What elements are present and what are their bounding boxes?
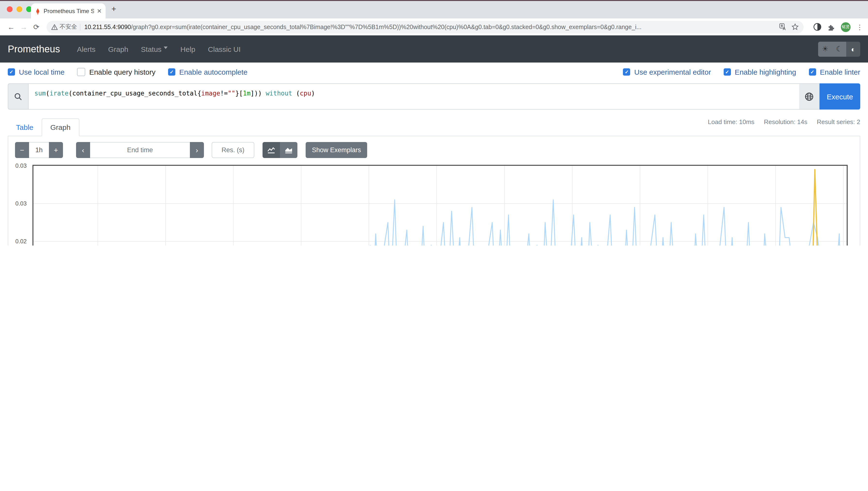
query-token: cpu xyxy=(300,90,311,97)
query-token: ])) xyxy=(250,90,266,97)
chart-svg xyxy=(33,166,847,246)
forward-icon[interactable]: → xyxy=(18,23,30,31)
checkbox-label: Enable autocomplete xyxy=(179,68,248,76)
globe-icon xyxy=(805,92,814,101)
browser-menu-icon[interactable]: ⋮ xyxy=(857,23,863,31)
show-exemplars-button[interactable]: Show Exemplars xyxy=(306,142,367,158)
checkbox-enable-autocomplete[interactable]: ✓Enable autocomplete xyxy=(168,68,248,76)
url-path: /graph?g0.expr=sum(irate(container_cpu_u… xyxy=(131,24,642,30)
checkbox-label: Enable highlighting xyxy=(735,68,796,76)
profile-avatar[interactable]: 铭贤 xyxy=(841,22,850,32)
result-series: Result series: 2 xyxy=(817,118,860,125)
checkbox-use-experimental-editor[interactable]: ✓Use experimental editor xyxy=(623,68,711,76)
theme-auto-icon[interactable]: ◐ xyxy=(846,41,860,56)
back-icon[interactable]: ← xyxy=(5,23,18,31)
line-chart-icon xyxy=(268,147,275,153)
new-tab-button[interactable]: + xyxy=(112,4,116,14)
y-axis-labels: 0.005.00m0.010.010.020.030.03 xyxy=(15,166,30,246)
theme-dark-icon[interactable]: ☾ xyxy=(832,41,846,56)
checkbox-checked-icon[interactable]: ✓ xyxy=(623,68,630,76)
checkbox-enable-linter[interactable]: ✓Enable linter xyxy=(809,68,860,76)
y-tick-label: 0.03 xyxy=(0,163,27,169)
query-token: { xyxy=(197,90,201,97)
nav-item-alerts[interactable]: Alerts xyxy=(71,45,102,53)
plot-frame[interactable]: 0.005.00m0.010.010.020.030.03 15:5015:55… xyxy=(32,165,848,246)
chart-type-group xyxy=(262,142,298,158)
checkbox-checked-icon[interactable]: ✓ xyxy=(8,68,15,76)
query-token: irate xyxy=(50,90,68,97)
ssl-warning-icon xyxy=(51,24,58,30)
stacked-chart-toggle[interactable] xyxy=(280,142,298,158)
query-token: 1m xyxy=(243,90,250,97)
checkbox-enable-query-history[interactable]: Enable query history xyxy=(77,68,155,76)
checkbox-checked-icon[interactable]: ✓ xyxy=(168,68,175,76)
time-forward-button[interactable]: › xyxy=(190,142,204,158)
extension-logo-icon[interactable] xyxy=(813,23,822,31)
checkbox-label: Use experimental editor xyxy=(634,68,711,76)
range-input[interactable] xyxy=(29,142,49,158)
close-window-button[interactable] xyxy=(7,6,12,12)
checkbox-label: Enable query history xyxy=(89,68,155,76)
checkbox-use-local-time[interactable]: ✓Use local time xyxy=(8,68,64,76)
query-token: without xyxy=(266,90,292,97)
result-tabs: Table Graph Load time: 10ms Resolution: … xyxy=(8,116,860,136)
url-host: 10.211.55.4:9090 xyxy=(84,24,131,30)
line-chart-toggle[interactable] xyxy=(262,142,280,158)
endtime-group: ‹ › xyxy=(76,142,204,158)
translate-icon[interactable] xyxy=(779,23,786,31)
url-text: 10.211.55.4:9090/graph?g0.expr=sum(irate… xyxy=(84,24,775,30)
screen: Prometheus Time Series Collec ✕ + ← → ⟳ … xyxy=(0,0,868,246)
resolution: Resolution: 14s xyxy=(764,118,807,125)
checkbox-checked-icon[interactable]: ✓ xyxy=(724,68,731,76)
query-bar: sum(irate(container_cpu_usage_seconds_to… xyxy=(8,83,860,110)
query-token: image xyxy=(201,90,220,97)
security-label: 不安全 xyxy=(60,23,77,31)
tab-graph[interactable]: Graph xyxy=(42,118,79,136)
checkbox-enable-highlighting[interactable]: ✓Enable highlighting xyxy=(724,68,796,76)
decrease-range-button[interactable]: − xyxy=(15,142,29,158)
nav-item-classic-ui[interactable]: Classic UI xyxy=(202,45,247,53)
checkbox-checked-icon[interactable]: ✓ xyxy=(809,68,816,76)
y-tick-label: 0.03 xyxy=(0,200,27,207)
end-time-input[interactable] xyxy=(90,142,190,158)
query-token: sum xyxy=(34,90,46,97)
prometheus-navbar: Prometheus AlertsGraphStatusHelpClassic … xyxy=(0,35,868,62)
browser-tab[interactable]: Prometheus Time Series Collec ✕ xyxy=(31,3,105,19)
address-bar[interactable]: 不安全 10.211.55.4:9090/graph?g0.expr=sum(i… xyxy=(46,21,804,33)
minimize-window-button[interactable] xyxy=(17,6,22,12)
bookmark-star-icon[interactable] xyxy=(792,23,799,31)
nav-item-status[interactable]: Status xyxy=(135,45,174,53)
query-token: container_cpu_usage_seconds_total xyxy=(72,90,197,97)
tab-close-icon[interactable]: ✕ xyxy=(97,7,102,14)
reload-icon[interactable]: ⟳ xyxy=(30,23,42,31)
navbar-items: AlertsGraphStatusHelpClassic UI xyxy=(71,45,247,53)
query-stats: Load time: 10ms Resolution: 14s Result s… xyxy=(700,118,860,125)
query-expression-input[interactable]: sum(irate(container_cpu_usage_seconds_to… xyxy=(28,83,799,110)
query-token: ( xyxy=(68,90,72,97)
checkbox-label: Use local time xyxy=(19,68,64,76)
nav-item-help[interactable]: Help xyxy=(174,45,202,53)
checkbox-unchecked-icon[interactable] xyxy=(77,68,85,76)
increase-range-button[interactable]: + xyxy=(49,142,63,158)
time-back-button[interactable]: ‹ xyxy=(76,142,90,158)
nav-item-graph[interactable]: Graph xyxy=(102,45,134,53)
tab-title: Prometheus Time Series Collec xyxy=(43,7,94,14)
chart-area: 0.005.00m0.010.010.020.030.03 15:5015:55… xyxy=(15,164,853,246)
theme-light-icon[interactable]: ☀ xyxy=(818,41,832,56)
resolution-input[interactable] xyxy=(212,142,254,158)
checkbox-label: Enable linter xyxy=(820,68,860,76)
series-line-blue[interactable] xyxy=(370,200,847,246)
browser-toolbar: ← → ⟳ 不安全 10.211.55.4:9090/graph?g0.expr… xyxy=(0,19,868,35)
address-divider xyxy=(80,24,81,30)
query-token: [ xyxy=(239,90,243,97)
tab-table[interactable]: Table xyxy=(8,119,42,136)
query-token: ( xyxy=(292,90,300,97)
query-metrics-addon[interactable] xyxy=(799,83,819,110)
window-controls xyxy=(7,6,32,12)
execute-button[interactable]: Execute xyxy=(819,83,860,110)
extensions-puzzle-icon[interactable] xyxy=(827,23,835,31)
brand[interactable]: Prometheus xyxy=(8,44,60,55)
settings-row: ✓Use local timeEnable query history✓Enab… xyxy=(0,62,868,81)
prometheus-favicon-icon xyxy=(35,7,41,14)
load-time: Load time: 10ms xyxy=(708,118,754,125)
